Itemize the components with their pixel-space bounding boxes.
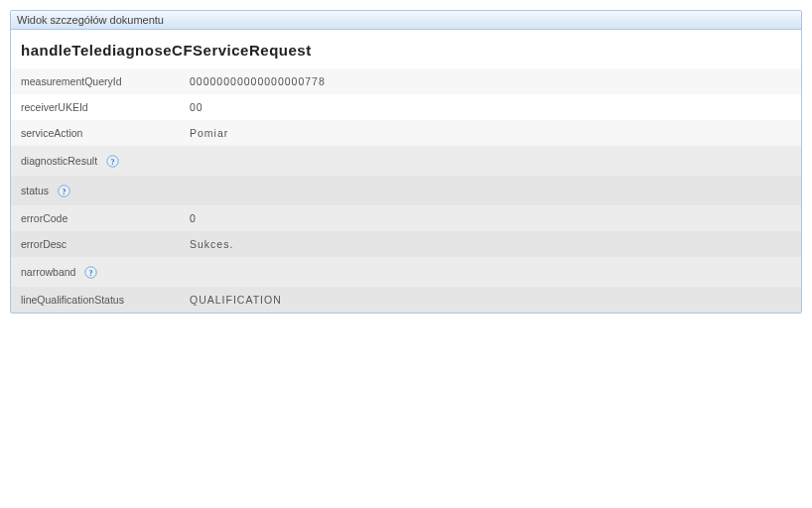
help-icon[interactable]: ? <box>105 154 119 168</box>
field-label: lineQualificationStatus <box>21 294 190 306</box>
section-diagnosticResult: diagnosticResult ? <box>11 146 801 176</box>
field-value: QUALIFICATION <box>190 294 791 306</box>
svg-text:?: ? <box>110 157 114 166</box>
field-row-measurementQueryId: measurementQueryId 00000000000000000778 <box>11 68 801 94</box>
field-value: Pomiar <box>190 127 791 139</box>
field-row-errorDesc: errorDesc Sukces. <box>11 231 801 257</box>
section-label: diagnosticResult <box>21 155 97 167</box>
field-row-lineQualificationStatus: lineQualificationStatus QUALIFICATION <box>11 287 801 313</box>
document-details-panel: Widok szczegółów dokumentu handleTeledia… <box>10 10 802 314</box>
field-label: measurementQueryId <box>21 75 190 87</box>
panel-body: handleTelediagnoseCFServiceRequest measu… <box>11 30 801 313</box>
help-icon[interactable]: ? <box>83 265 97 279</box>
section-label: narrowband <box>21 266 75 278</box>
field-value: 0 <box>190 212 791 224</box>
field-value: 00 <box>190 101 791 113</box>
field-row-errorCode: errorCode 0 <box>11 205 801 231</box>
field-label: errorDesc <box>21 238 190 250</box>
svg-text:?: ? <box>62 187 66 195</box>
field-value: 00000000000000000778 <box>190 75 791 87</box>
document-name-row: handleTelediagnoseCFServiceRequest <box>11 30 801 68</box>
panel-header: Widok szczegółów dokumentu <box>11 11 801 30</box>
section-label: status <box>21 185 49 196</box>
section-narrowband: narrowband ? <box>11 257 801 287</box>
field-label: errorCode <box>21 212 190 224</box>
field-label: receiverUKEId <box>21 101 190 113</box>
document-name: handleTelediagnoseCFServiceRequest <box>21 42 312 59</box>
svg-text:?: ? <box>88 268 92 277</box>
field-label: serviceAction <box>21 127 190 139</box>
section-status: status ? <box>11 176 801 205</box>
field-value: Sukces. <box>190 238 791 250</box>
panel-title: Widok szczegółów dokumentu <box>17 14 164 26</box>
field-row-serviceAction: serviceAction Pomiar <box>11 120 801 146</box>
help-icon[interactable]: ? <box>57 184 70 197</box>
field-row-receiverUKEId: receiverUKEId 00 <box>11 94 801 120</box>
